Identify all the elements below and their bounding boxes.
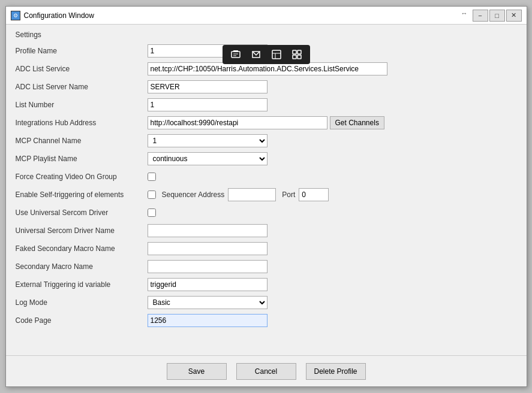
secondary-macro-row: Secondary Macro Name <box>16 259 517 274</box>
adc-list-server-name-input[interactable] <box>148 80 267 93</box>
cancel-button[interactable]: Cancel <box>236 363 296 380</box>
faked-secondary-row: Faked Secondary Macro Name <box>16 241 517 256</box>
toolbar-btn-2[interactable] <box>248 47 265 62</box>
secondary-macro-label: Secondary Macro Name <box>16 262 148 271</box>
window-body: Settings Profile Name ADC List Service A… <box>6 25 527 355</box>
title-bar-left: ⚙ Configuration Window <box>11 11 94 20</box>
toolbar-btn-1[interactable] <box>227 47 244 62</box>
code-page-input[interactable] <box>148 314 267 327</box>
toolbar-btn-3[interactable] <box>268 47 285 62</box>
integrations-hub-row: Integrations Hub Address Get Channels <box>16 116 517 130</box>
faked-secondary-label: Faked Secondary Macro Name <box>16 244 148 253</box>
use-universal-row: Use Universal Sercom Driver <box>16 205 517 220</box>
title-bar-controls: ↔ − □ ✕ <box>461 10 522 22</box>
window-icon: ⚙ <box>11 11 20 20</box>
external-trigger-row: External Triggering id variable <box>16 277 517 292</box>
mcp-playlist-select[interactable]: continuous sequential <box>148 152 267 165</box>
log-mode-label: Log Mode <box>16 298 148 307</box>
svg-rect-5 <box>272 50 281 59</box>
mcp-channel-row: MCP Channel Name 1 2 3 <box>16 134 517 148</box>
profile-name-label: Profile Name <box>16 47 148 55</box>
svg-rect-0 <box>232 52 240 58</box>
toolbar <box>223 45 310 64</box>
sequencer-address-label: Sequencer Address <box>162 191 225 199</box>
universal-driver-name-input[interactable] <box>148 224 267 237</box>
log-mode-row: Log Mode Basic Advanced Debug <box>16 295 517 310</box>
list-number-input[interactable] <box>148 98 267 111</box>
adc-list-service-input[interactable] <box>148 62 387 75</box>
svg-rect-10 <box>293 55 296 59</box>
section-label: Settings <box>16 31 517 39</box>
integrations-hub-label: Integrations Hub Address <box>16 119 148 127</box>
integrations-hub-input[interactable] <box>148 116 327 129</box>
force-creating-row: Force Creating Video On Group <box>16 170 517 184</box>
port-input[interactable] <box>299 188 329 201</box>
universal-driver-name-label: Universal Sercom Driver Name <box>16 226 148 235</box>
mcp-channel-select[interactable]: 1 2 3 <box>148 134 267 147</box>
force-creating-label: Force Creating Video On Group <box>16 173 148 181</box>
maximize-button[interactable]: □ <box>489 10 505 22</box>
get-channels-button[interactable]: Get Channels <box>330 116 384 129</box>
use-universal-label: Use Universal Sercom Driver <box>16 208 148 217</box>
toolbar-btn-4[interactable] <box>288 47 305 62</box>
use-universal-checkbox[interactable] <box>148 208 156 217</box>
footer: Save Cancel Delete Profile <box>6 355 527 386</box>
faked-secondary-input[interactable] <box>148 242 267 255</box>
list-number-row: List Number <box>16 98 517 112</box>
force-creating-checkbox[interactable] <box>148 173 156 181</box>
secondary-macro-input[interactable] <box>148 260 267 273</box>
universal-driver-name-row: Universal Sercom Driver Name <box>16 223 517 238</box>
save-button[interactable]: Save <box>167 363 227 380</box>
minimize-button[interactable]: − <box>473 10 488 22</box>
enable-self-trigger-checkbox[interactable] <box>148 191 156 199</box>
svg-rect-1 <box>233 50 238 52</box>
title-bar: ⚙ Configuration Window ↔ − □ ✕ <box>6 7 527 25</box>
svg-rect-9 <box>297 50 301 54</box>
mcp-playlist-row: MCP Playlist Name continuous sequential <box>16 152 517 166</box>
svg-rect-8 <box>293 50 296 54</box>
sequencer-address-input[interactable] <box>228 188 276 201</box>
adc-list-server-name-row: ADC List Server Name <box>16 80 517 94</box>
port-label: Port <box>282 191 295 199</box>
adc-list-server-name-label: ADC List Server Name <box>16 83 148 91</box>
resize-icon: ↔ <box>461 10 468 22</box>
close-button[interactable]: ✕ <box>506 10 522 22</box>
external-trigger-label: External Triggering id variable <box>16 280 148 289</box>
enable-self-trigger-label: Enable Self-triggering of elements <box>16 191 148 199</box>
list-number-label: List Number <box>16 101 148 109</box>
code-page-label: Code Page <box>16 316 148 325</box>
window-title: Configuration Window <box>24 11 94 20</box>
configuration-window: ⚙ Configuration Window ↔ − □ ✕ <box>5 6 527 387</box>
mcp-channel-label: MCP Channel Name <box>16 137 148 145</box>
svg-rect-11 <box>297 55 301 59</box>
code-page-row: Code Page <box>16 313 517 328</box>
log-mode-select[interactable]: Basic Advanced Debug <box>148 296 267 309</box>
enable-self-trigger-row: Enable Self-triggering of elements Seque… <box>16 188 517 202</box>
mcp-playlist-label: MCP Playlist Name <box>16 155 148 163</box>
delete-profile-button[interactable]: Delete Profile <box>306 363 366 380</box>
adc-list-service-label: ADC List Service <box>16 65 148 73</box>
external-trigger-input[interactable] <box>148 278 267 291</box>
